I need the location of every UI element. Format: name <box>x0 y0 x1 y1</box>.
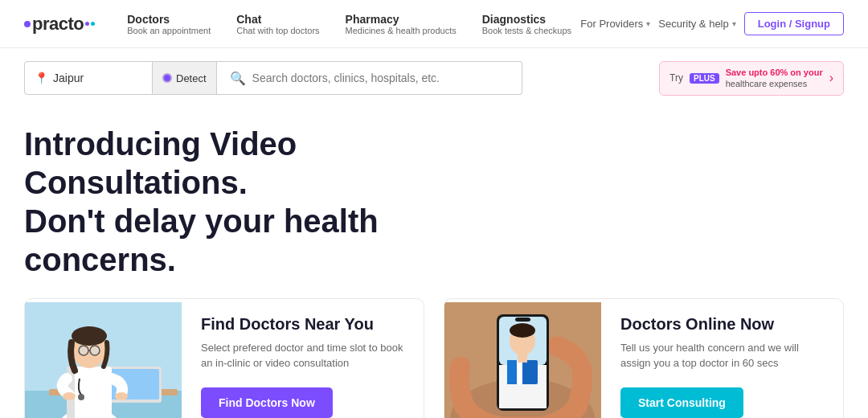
logo-dot-left <box>24 21 31 27</box>
svg-rect-30 <box>515 318 530 322</box>
find-doctors-content: Find Doctors Near You Select prefered do… <box>182 299 424 418</box>
navbar: practo Doctors Book an appointment Chat … <box>0 0 868 48</box>
hero-section: Introducing Video Consultations. Don't d… <box>0 96 868 298</box>
plus-text-line1: Save upto 60% on your <box>726 67 823 78</box>
search-icon: 🔍 <box>230 71 246 86</box>
detect-dot-icon <box>162 73 172 83</box>
svg-rect-29 <box>518 353 527 363</box>
plus-banner[interactable]: Try PLUS Save upto 60% on your healthcar… <box>659 61 844 96</box>
start-consulting-button[interactable]: Start Consulting <box>620 387 743 418</box>
cards-section: Find Doctors Near You Select prefered do… <box>0 298 868 418</box>
doctors-online-title: Doctors Online Now <box>620 315 824 334</box>
chevron-down-icon: ▾ <box>646 19 650 28</box>
hero-heading: Introducing Video Consultations. Don't d… <box>24 125 506 279</box>
location-icon: 📍 <box>35 72 48 84</box>
security-help-link[interactable]: Security & help ▾ <box>658 18 735 30</box>
chevron-down-icon: ▾ <box>732 19 736 28</box>
doctors-online-desc: Tell us your health concern and we will … <box>620 340 824 371</box>
logo-dots <box>85 22 95 26</box>
phone-doctor-illustration <box>444 302 601 418</box>
plus-badge: PLUS <box>690 73 719 84</box>
nav-right: For Providers ▾ Security & help ▾ Login … <box>580 12 844 35</box>
svg-point-12 <box>79 346 88 355</box>
svg-point-25 <box>510 323 535 338</box>
svg-rect-27 <box>507 360 518 384</box>
nav-item-diagnostics[interactable]: Diagnostics Book tests & checkups <box>482 13 571 35</box>
svg-point-16 <box>115 392 128 400</box>
detect-button[interactable]: Detect <box>153 61 217 95</box>
svg-rect-28 <box>517 360 522 384</box>
find-doctors-desc: Select prefered doctor and time slot to … <box>201 340 404 371</box>
svg-point-9 <box>78 394 84 400</box>
plus-banner-text: Save upto 60% on your healthcare expense… <box>726 67 823 90</box>
doctor-female-illustration <box>25 302 182 418</box>
nav-item-pharmacy[interactable]: Pharmacy Medicines & health products <box>346 13 457 35</box>
doctors-online-image <box>444 302 601 418</box>
find-doctors-image <box>25 302 182 418</box>
doctors-online-content: Doctors Online Now Tell us your health c… <box>601 299 843 418</box>
doctors-online-card: Doctors Online Now Tell us your health c… <box>444 298 844 418</box>
svg-point-13 <box>90 346 100 355</box>
location-box: 📍 Jaipur <box>24 61 153 95</box>
hero-line1: Introducing Video Consultations. <box>24 126 297 200</box>
nav-item-chat[interactable]: Chat Chat with top doctors <box>236 13 319 35</box>
nav-item-doctors[interactable]: Doctors Book an appointment <box>127 13 211 35</box>
try-label: Try <box>669 72 683 84</box>
location-value: Jaipur <box>53 72 84 84</box>
nav-items: Doctors Book an appointment Chat Chat wi… <box>127 13 580 35</box>
svg-point-11 <box>72 326 107 346</box>
search-box[interactable]: 🔍 <box>217 61 522 95</box>
search-section: 📍 Jaipur Detect 🔍 Try PLUS Save upto 60%… <box>0 48 868 96</box>
find-doctors-title: Find Doctors Near You <box>201 315 404 334</box>
plus-text-line2: healthcare expenses <box>726 78 823 89</box>
find-doctors-button[interactable]: Find Doctors Now <box>201 387 333 418</box>
svg-point-15 <box>63 392 76 400</box>
logo-text: practo <box>32 14 84 35</box>
logo[interactable]: practo <box>24 14 95 35</box>
login-signup-button[interactable]: Login / Signup <box>744 12 844 35</box>
chevron-right-icon: › <box>829 71 833 85</box>
find-doctors-card: Find Doctors Near You Select prefered do… <box>24 298 424 418</box>
for-providers-link[interactable]: For Providers ▾ <box>580 18 650 30</box>
search-input[interactable] <box>252 72 509 84</box>
hero-line2: Don't delay your health concerns. <box>24 203 379 277</box>
